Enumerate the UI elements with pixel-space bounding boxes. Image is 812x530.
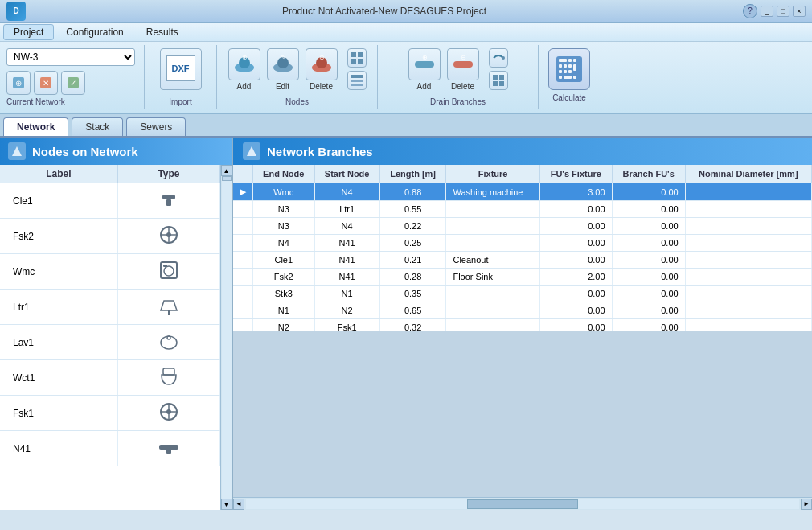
table-row[interactable]: Cle1 N41 0.21 Cleanout 0.00 0.00 (233, 252, 812, 269)
col-start-node: Start Node (314, 165, 379, 183)
cell-start-node: N1 (314, 286, 379, 302)
svg-rect-64 (166, 445, 171, 454)
scroll-down-arrow[interactable]: ▼ (221, 499, 232, 510)
scroll-up-arrow[interactable]: ▲ (221, 165, 232, 176)
add-node-button[interactable]: ⊕ (228, 48, 260, 80)
help-icon[interactable]: ? (743, 4, 757, 18)
svg-rect-29 (493, 81, 498, 86)
svg-text:✎: ✎ (280, 54, 285, 61)
delete-branch-label: Delete (451, 82, 474, 91)
drain-branches-section: ⊕ Add ⊖ Delete (378, 45, 539, 109)
left-panel-title: Nodes on Network (32, 145, 138, 158)
minimize-button[interactable]: _ (761, 6, 773, 17)
list-item[interactable]: Lav1 (0, 325, 220, 360)
toolbar-icon-2[interactable]: ✕ (34, 71, 58, 95)
node-type-icon (117, 360, 219, 396)
edit-node-label: Edit (276, 82, 289, 91)
list-item[interactable]: N41 (0, 431, 220, 466)
right-panel-title: Network Branches (267, 145, 373, 158)
row-arrow (233, 269, 253, 286)
svg-rect-30 (499, 81, 504, 86)
right-panel-icon (243, 142, 260, 160)
table-row[interactable]: N1 N2 0.65 0.00 0.00 (233, 302, 812, 319)
tab-network[interactable]: Network (3, 117, 68, 136)
dxf-button[interactable]: DXF (160, 48, 202, 90)
node-label: Fsk2 (0, 219, 117, 254)
col-end-node: End Node (253, 165, 315, 183)
table-row[interactable]: N2 Fsk1 0.32 0.00 0.00 (233, 319, 812, 331)
node-type-icon (117, 254, 219, 290)
table-icon-btn[interactable] (347, 71, 367, 90)
h-scroll-thumb[interactable] (467, 499, 578, 509)
cell-branch-fus: 0.00 (612, 218, 685, 235)
cell-start-node: N41 (314, 269, 379, 286)
menu-project[interactable]: Project (3, 24, 54, 40)
grid-icon-btn[interactable] (347, 48, 367, 68)
cell-fu-fixture: 0.00 (539, 235, 612, 252)
svg-rect-17 (351, 59, 356, 64)
title-bar: D Product Not Activated-New DESAGUES Pro… (0, 0, 812, 23)
col-arrow (233, 165, 253, 183)
toolbar-icon-1[interactable]: ⊕ (6, 71, 31, 95)
tab-sewers[interactable]: Sewers (126, 117, 186, 136)
list-item[interactable]: Cle1 (0, 183, 220, 219)
cell-nom-diam (685, 319, 811, 331)
delete-branch-button[interactable]: ⊖ (447, 48, 479, 80)
table-row[interactable]: N3 Ltr1 0.55 0.00 0.00 (233, 201, 812, 218)
table-row[interactable]: Fsk2 N41 0.28 Floor Sink 2.00 0.00 (233, 269, 812, 286)
list-item[interactable]: Fsk2 (0, 219, 220, 254)
list-item[interactable]: Ltr1 (0, 290, 220, 325)
pipe-icon-btn[interactable] (489, 48, 508, 68)
cell-nom-diam (685, 235, 811, 252)
table-row[interactable]: Stk3 N1 0.35 0.00 0.00 (233, 286, 812, 302)
cell-branch-fus: 0.00 (612, 286, 685, 302)
svg-rect-36 (564, 64, 567, 68)
scroll-left-arrow[interactable]: ◄ (233, 499, 244, 510)
delete-node-button[interactable]: ⊖ (306, 48, 338, 80)
table-row[interactable]: ▶ Wmc N4 0.88 Washing machine 3.00 0.00 (233, 183, 812, 201)
cell-end-node: N3 (253, 201, 315, 218)
scroll-thumb[interactable] (222, 176, 232, 181)
row-arrow (233, 319, 253, 331)
list-item[interactable]: Fsk1 (0, 396, 220, 431)
network-dropdown[interactable]: NW-3 NW-1 NW-2 (6, 48, 135, 66)
right-panel: Network Branches End Node Start Node Len… (233, 138, 812, 510)
list-item[interactable]: Wmc (0, 254, 220, 290)
svg-point-26 (502, 56, 505, 60)
left-panel-header: Nodes on Network (0, 138, 232, 165)
menu-results[interactable]: Results (136, 24, 189, 40)
cell-fu-fixture: 0.00 (539, 302, 612, 319)
table-row[interactable]: N3 N4 0.22 0.00 0.00 (233, 218, 812, 235)
node-type-icon (117, 431, 219, 466)
svg-rect-16 (358, 52, 363, 57)
edit-node-button[interactable]: ✎ (267, 48, 299, 80)
table-row[interactable]: N4 N41 0.25 0.00 0.00 (233, 235, 812, 252)
list-item[interactable]: Wct1 (0, 360, 220, 396)
close-button[interactable]: × (793, 6, 806, 17)
row-arrow: ▶ (233, 183, 253, 201)
toolbar-icon-3[interactable]: ✓ (61, 71, 85, 95)
add-node-label: Add (237, 82, 252, 91)
cell-nom-diam (685, 269, 811, 286)
add-branch-button[interactable]: ⊕ (408, 48, 441, 80)
svg-text:⊖: ⊖ (460, 54, 465, 61)
left-panel: Nodes on Network Label Type Cle1 Fsk2 Wm… (0, 138, 233, 510)
calculate-button[interactable] (548, 48, 590, 90)
cell-end-node: Stk3 (253, 286, 315, 302)
nodes-label: Nodes (285, 97, 309, 106)
cell-branch-fus: 0.00 (612, 269, 685, 286)
col-branch-fus: Branch FU's (612, 165, 685, 183)
cell-fu-fixture: 0.00 (539, 286, 612, 302)
restore-button[interactable]: □ (777, 6, 789, 17)
cell-branch-fus: 0.00 (612, 183, 685, 201)
svg-rect-47 (166, 199, 171, 206)
nodes-section: ⊕ Add ✎ Edit (217, 45, 378, 109)
menu-configuration[interactable]: Configuration (55, 24, 133, 40)
col-nom-diam: Nominal Diameter [mm] (685, 165, 811, 183)
cell-start-node: Fsk1 (314, 319, 379, 331)
node-label: Ltr1 (0, 290, 117, 325)
cell-end-node: N4 (253, 235, 315, 252)
grid2-icon-btn[interactable] (489, 71, 508, 90)
scroll-right-arrow[interactable]: ► (801, 499, 812, 510)
tab-stack[interactable]: Stack (72, 117, 123, 136)
